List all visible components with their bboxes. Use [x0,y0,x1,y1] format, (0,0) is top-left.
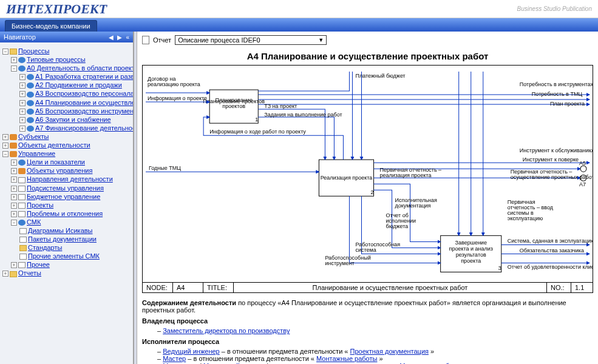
exec2-link2[interactable]: Монтажные работы [316,355,377,362]
svg-text:А7: А7 [579,181,586,187]
toggle-icon[interactable]: + [11,203,17,209]
toggle-icon[interactable]: + [2,143,8,149]
exec2-link[interactable]: Мастер [163,355,186,362]
tree-a2[interactable]: А2 Продвижение и продажи [35,81,122,89]
subject-icon [10,134,17,140]
executors-label: Исполнители процесса [142,338,593,345]
toggle-icon[interactable]: + [19,100,25,106]
toggle-icon[interactable]: + [11,211,17,217]
toggle-icon[interactable]: + [19,83,25,89]
svg-text:осуществление проектных работ: осуществление проектных работ [511,174,593,180]
object-icon [10,143,17,149]
svg-text:проектов: проектов [222,103,245,109]
tree-goals[interactable]: Цели и показатели [27,158,85,166]
svg-text:Годные ТМЦ: Годные ТМЦ [149,165,181,171]
toggle-icon[interactable]: + [11,186,17,192]
tree-standards[interactable]: Стандарты [28,244,62,251]
toggle-icon[interactable]: − [2,49,8,55]
svg-text:1: 1 [255,116,258,123]
tree-smk[interactable]: СМК [27,218,41,226]
svg-text:эксплуатацию: эксплуатацию [508,215,543,221]
report-select-value: Описание процесса IDEF0 [178,36,260,44]
tree-other-smk[interactable]: Прочие элементы СМК [28,252,100,260]
toggle-icon[interactable]: + [11,177,17,183]
svg-text:ТЗ на проект: ТЗ на проект [264,103,297,109]
content-label: Содержанием деятельности [142,299,236,306]
content-area: Отчет Описание процесса IDEF0 ▼ А4 Плани… [137,32,598,364]
svg-text:А5: А5 [579,160,586,166]
toggle-icon[interactable]: + [11,160,17,166]
owner-link[interactable]: Заместитель директора по производству [163,327,290,334]
svg-point-23 [580,166,586,172]
tree-other[interactable]: Прочее [27,261,50,268]
footer-node-label: NODE: [143,283,173,292]
chevron-left-icon[interactable]: ◀ [109,34,114,41]
item-icon [18,194,25,200]
collapse-icon[interactable]: « [126,34,129,41]
toggle-icon[interactable]: + [11,194,17,200]
publication-label: Business Studio Publication [517,5,592,12]
item-icon [18,220,25,226]
tree-a4[interactable]: А4 Планирование и осуществление про [35,99,133,106]
tree-a0[interactable]: А0 Деятельность в области проектирования… [27,64,133,72]
tree-objects[interactable]: Объекты деятельности [18,141,90,149]
tree-doc-packages[interactable]: Пакеты документации [28,235,97,243]
folder-icon [19,245,27,251]
svg-text:проекта и анализ: проекта и анализ [449,246,493,252]
toggle-icon[interactable]: + [2,134,8,140]
svg-text:Отчет об удовлетворенности кли: Отчет об удовлетворенности клиента [508,264,593,270]
tree-projects[interactable]: Проекты [27,201,53,209]
toggle-icon[interactable]: + [19,91,25,97]
toggle-icon[interactable]: − [11,66,17,72]
tree-management[interactable]: Управление [18,150,55,157]
toggle-icon[interactable]: − [2,151,8,157]
item-icon [19,228,27,234]
tab-business-model[interactable]: Бизнес-модель компании [5,20,97,32]
toggle-icon[interactable]: + [19,109,25,115]
diagram-svg: Планирование проектов Планирование проек… [143,66,593,281]
toggle-icon[interactable]: + [11,262,17,268]
toggle-icon[interactable]: + [11,168,17,174]
tree-a5[interactable]: А5 Воспроизводство инструмента [35,107,133,115]
process-icon [18,66,25,72]
item-icon [18,211,25,217]
tree-a1[interactable]: А1 Разработка стратегии и развитие бизн [35,73,133,80]
tree-problems[interactable]: Проблемы и отклонения [27,210,103,217]
tree-reports[interactable]: Отчеты [18,269,41,277]
toggle-icon[interactable]: + [19,126,25,132]
sidebar-title: Навигатор [4,33,36,41]
process-icon [27,74,34,80]
toggle-icon[interactable]: + [2,271,8,277]
tree-a7[interactable]: А7 Финансирование деятельности и расч [35,124,133,132]
process-icon [27,83,34,89]
tree-a3[interactable]: А3 Воспроизводство персонала [35,90,133,97]
tree-budget[interactable]: Бюджетное управление [27,193,100,200]
svg-text:инструмент: инструмент [325,260,354,266]
tab-bar: Бизнес-модель компании [0,18,598,32]
toggle-icon[interactable]: + [19,117,25,123]
document-icon [142,36,149,44]
idef0-diagram: Планирование проектов Планирование проек… [142,65,593,293]
process-icon [18,57,25,63]
tree-a6[interactable]: А6 Закупки и снабжение [35,116,111,123]
tree-subsystems[interactable]: Подсистемы управления [27,184,104,192]
toggle-icon[interactable]: − [11,220,17,226]
tree-processes[interactable]: Процессы [18,47,49,55]
chevron-right-icon[interactable]: ▶ [117,34,122,41]
item-icon [18,186,25,192]
tree-typical[interactable]: Типовые процессы [27,56,86,63]
tree-mgmt-objects[interactable]: Объекты управления [27,167,92,174]
svg-text:документация: документация [395,203,431,209]
tree-ishikawa[interactable]: Диаграммы Исикавы [28,227,93,234]
tree-directions[interactable]: Направления деятельности [27,175,113,183]
toggle-icon[interactable]: + [11,57,17,63]
exec1-link2[interactable]: Проектная документация [350,348,429,355]
app-header: ИНТЕХПРОЕКТ Business Studio Publication [0,0,598,18]
item-icon [18,177,25,183]
toggle-icon[interactable]: + [19,74,25,80]
report-select[interactable]: Описание процесса IDEF0 ▼ [175,35,327,45]
exec1-link[interactable]: Ведущий инженер [163,348,220,355]
tree-subjects[interactable]: Субъекты [18,133,49,140]
item-icon [19,254,27,260]
chevron-down-icon: ▼ [318,37,324,43]
